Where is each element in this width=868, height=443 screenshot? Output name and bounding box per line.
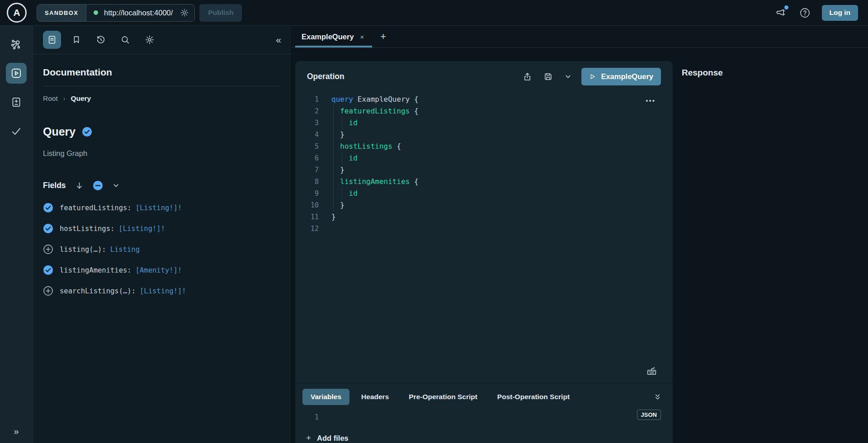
fields-list: featuredListings:[Listing!]! hostListing… (43, 203, 280, 296)
sandbox-badge: SANDBOX (37, 5, 86, 21)
field-row[interactable]: searchListings(…):[Listing!]! (43, 286, 280, 296)
add-files-button[interactable]: + Add files (295, 421, 349, 443)
bottom-tabs: VariablesHeadersPre-Operation ScriptPost… (295, 383, 673, 410)
field-name: listingAmenities: (60, 266, 132, 274)
code-line: 2 featuredListings { (295, 105, 673, 117)
documentation-toolbar: « (33, 26, 291, 54)
operation-tab[interactable]: ExampleQuery × (295, 26, 372, 47)
bottom-tab-group: VariablesHeadersPre-Operation ScriptPost… (302, 389, 581, 405)
gear-icon (145, 35, 155, 45)
expand-rail-button[interactable]: » (14, 426, 19, 437)
line-number: 2 (295, 105, 319, 117)
documentation-body: Documentation Root › Query Query Listing… (33, 54, 291, 306)
field-type-link[interactable]: [Listing!]! (136, 204, 182, 212)
help-button[interactable] (800, 8, 810, 18)
field-name: listing(…): (60, 245, 106, 254)
field-row[interactable]: hostListings:[Listing!]! (43, 223, 280, 234)
history-icon (96, 35, 106, 45)
operation-editor[interactable]: 1query ExampleQuery {2 featuredListings … (295, 90, 673, 383)
fields-options-button[interactable] (112, 182, 120, 189)
close-tab-button[interactable]: × (360, 33, 364, 41)
bookmark-icon (71, 35, 81, 45)
variables-editor[interactable]: 1 JSON (295, 410, 673, 421)
publish-button[interactable]: Publish (199, 4, 242, 22)
operation-header: Operation (295, 61, 673, 90)
code-line: 5 hostListings { (295, 141, 673, 152)
field-type-link[interactable]: [Amenity!]! (136, 266, 182, 274)
share-operation-button[interactable] (523, 72, 532, 81)
collapse-bottom-panel-button[interactable] (653, 393, 662, 401)
new-tab-button[interactable]: + (380, 26, 386, 47)
bottom-tab-variables[interactable]: Variables (302, 389, 349, 405)
log-in-button[interactable]: Log in (822, 5, 859, 21)
breadcrumb-root[interactable]: Root (43, 94, 58, 103)
operation-area: Operation (292, 48, 674, 443)
doc-tab-saved[interactable] (67, 31, 85, 49)
save-operation-button[interactable] (543, 72, 553, 81)
selected-check-icon (43, 203, 53, 213)
code-text: hostListings { (331, 141, 401, 152)
keyboard-shortcuts-button[interactable] (646, 365, 657, 377)
endpoint-url-input[interactable]: http://localhost:4000/ (104, 9, 173, 17)
rail-item-schema[interactable] (6, 34, 27, 55)
field-type-link[interactable]: [Listing!]! (140, 287, 186, 295)
code-text: listingAmenities { (331, 176, 419, 188)
search-icon (120, 35, 130, 45)
active-tab-underline (295, 46, 372, 47)
code-line: 4 } (295, 129, 673, 141)
graph-schema-icon (10, 38, 22, 50)
line-number: 9 (295, 188, 319, 199)
breadcrumb-current: Query (71, 94, 91, 103)
rail-item-explorer[interactable] (6, 63, 27, 84)
file-diff-icon (10, 96, 22, 108)
rail-item-sandbox-diff[interactable] (6, 92, 27, 113)
indent-guide (342, 188, 342, 199)
double-chevron-down-icon (653, 393, 662, 401)
bottom-tab-headers[interactable]: Headers (353, 389, 397, 405)
line-number: 8 (295, 176, 319, 188)
code-line: 6 id (295, 152, 673, 164)
selected-check-icon (43, 223, 53, 234)
field-name: featuredListings: (60, 204, 132, 212)
question-icon (800, 8, 810, 18)
doc-tab-search[interactable] (116, 31, 134, 49)
breadcrumb-chevron: › (63, 95, 66, 102)
field-type-link[interactable]: Listing (110, 245, 140, 254)
line-number: 10 (295, 199, 319, 211)
explorer-lower-row: Operation (292, 48, 868, 443)
operation-bottom-panel: VariablesHeadersPre-Operation ScriptPost… (295, 383, 673, 443)
fields-header: Fields (43, 180, 280, 191)
announcements-button[interactable] (775, 7, 786, 18)
sort-fields-button[interactable] (75, 181, 84, 190)
bottom-tab-pre-operation-script[interactable]: Pre-Operation Script (401, 389, 486, 405)
plus-icon: + (306, 433, 311, 443)
field-row[interactable]: featuredListings:[Listing!]! (43, 203, 280, 213)
field-row[interactable]: listing(…):Listing (43, 244, 280, 254)
field-name: searchListings(…): (60, 287, 136, 295)
bottom-tab-post-operation-script[interactable]: Post-Operation Script (489, 389, 578, 405)
code-line: 7 } (295, 164, 673, 176)
chevron-down-icon (564, 73, 572, 80)
collapse-doc-panel-button[interactable]: « (276, 34, 281, 45)
rail-item-checklist[interactable] (6, 121, 27, 141)
apollo-logo-letter: A (13, 7, 20, 18)
doc-tab-history[interactable] (92, 31, 110, 49)
line-number: 3 (295, 117, 319, 129)
editor-menu-button[interactable]: ••• (646, 97, 656, 104)
line-number: 4 (295, 129, 319, 141)
field-type-link[interactable]: [Listing!]! (118, 225, 165, 233)
save-options-button[interactable] (564, 73, 572, 80)
type-selected-check-icon (82, 127, 92, 137)
doc-tab-settings[interactable] (141, 31, 159, 49)
endpoint-settings-button[interactable] (180, 8, 189, 17)
operation-title: Operation (307, 72, 511, 81)
doc-tab-documentation[interactable] (43, 31, 61, 49)
run-button-label: ExampleQuery (601, 72, 653, 81)
indent-guide (333, 105, 334, 211)
operation-card: Operation (295, 61, 673, 443)
field-row[interactable]: listingAmenities:[Amenity!]! (43, 265, 280, 275)
indent-guide (342, 117, 342, 129)
line-number: 11 (295, 211, 319, 223)
run-operation-button[interactable]: ExampleQuery (581, 68, 661, 85)
deselect-all-fields-button[interactable] (93, 180, 103, 191)
